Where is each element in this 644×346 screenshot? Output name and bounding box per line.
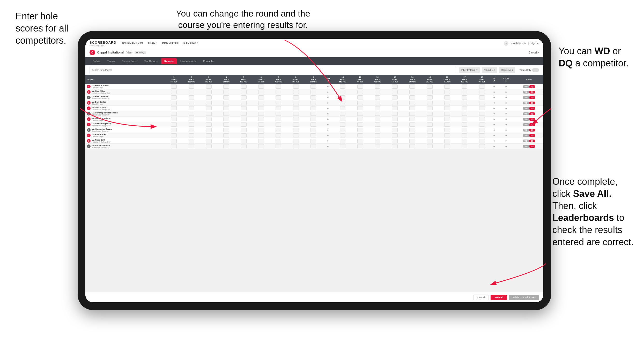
hole-9-score[interactable] bbox=[305, 100, 322, 106]
hole-11-score[interactable] bbox=[351, 111, 369, 117]
score-input-hole-8[interactable] bbox=[293, 84, 299, 89]
hole-11-score[interactable] bbox=[351, 138, 369, 144]
dq-button[interactable]: DQ bbox=[529, 112, 535, 115]
score-input-hole-13[interactable] bbox=[392, 117, 398, 121]
score-input-hole-5[interactable] bbox=[241, 95, 247, 99]
hole-6-score[interactable] bbox=[252, 122, 270, 127]
hole-7-score[interactable] bbox=[270, 111, 287, 117]
score-input-hole-1[interactable] bbox=[171, 112, 177, 116]
score-input-hole-16[interactable] bbox=[444, 101, 450, 105]
hole-6-score[interactable] bbox=[252, 100, 270, 106]
hole-12-score[interactable] bbox=[369, 95, 386, 100]
hole-17-score[interactable] bbox=[456, 138, 473, 144]
hole-1-score[interactable] bbox=[165, 84, 183, 89]
score-input-hole-8[interactable] bbox=[293, 144, 299, 148]
score-input-hole-9[interactable] bbox=[310, 90, 316, 94]
hole-8-score[interactable] bbox=[287, 138, 305, 144]
hole-5-score[interactable] bbox=[235, 100, 252, 106]
hole-14-score[interactable] bbox=[404, 138, 421, 144]
score-input-hole-6[interactable] bbox=[258, 90, 264, 94]
hole-7-score[interactable] bbox=[270, 84, 287, 89]
score-input-hole-8[interactable] bbox=[293, 90, 299, 94]
score-input-hole-5[interactable] bbox=[241, 133, 247, 137]
score-input-hole-8[interactable] bbox=[293, 139, 299, 143]
score-input-hole-12[interactable] bbox=[375, 117, 380, 121]
hole-11-score[interactable] bbox=[351, 84, 369, 89]
hole-8-score[interactable] bbox=[287, 133, 305, 138]
score-input-hole-2[interactable] bbox=[189, 90, 194, 94]
score-input-hole-2[interactable] bbox=[189, 101, 194, 105]
score-input-hole-2[interactable] bbox=[189, 133, 194, 137]
score-input-hole-11[interactable] bbox=[357, 144, 363, 148]
hole-17-score[interactable] bbox=[456, 84, 473, 89]
hole-18-score[interactable] bbox=[473, 100, 491, 106]
hole-17-score[interactable] bbox=[456, 133, 473, 138]
hole-10-score[interactable] bbox=[334, 106, 351, 111]
score-input-hole-13[interactable] bbox=[392, 128, 398, 132]
hole-12-score[interactable] bbox=[369, 127, 386, 133]
hole-15-score[interactable] bbox=[421, 117, 438, 122]
hole-16-score[interactable] bbox=[438, 122, 456, 127]
score-input-hole-12[interactable] bbox=[375, 90, 380, 94]
score-input-hole-12[interactable] bbox=[375, 84, 380, 89]
score-input-hole-11[interactable] bbox=[357, 84, 363, 89]
hole-3-score[interactable] bbox=[200, 144, 217, 149]
hole-1-score[interactable] bbox=[165, 111, 183, 117]
hole-3-score[interactable] bbox=[200, 111, 217, 117]
hole-14-score[interactable] bbox=[404, 95, 421, 100]
score-input-hole-17[interactable] bbox=[462, 117, 467, 121]
hole-7-score[interactable] bbox=[270, 138, 287, 144]
dq-button[interactable]: DQ bbox=[529, 134, 535, 137]
hole-10-score[interactable] bbox=[334, 117, 351, 122]
score-input-hole-6[interactable] bbox=[258, 117, 264, 121]
tab-teams[interactable]: Teams bbox=[104, 58, 118, 64]
score-input-hole-13[interactable] bbox=[392, 133, 398, 137]
score-input-hole-2[interactable] bbox=[189, 95, 194, 99]
hole-2-score[interactable] bbox=[183, 117, 200, 122]
score-input-hole-11[interactable] bbox=[357, 122, 363, 127]
score-input-hole-15[interactable] bbox=[427, 144, 433, 148]
score-input-hole-14[interactable] bbox=[409, 144, 415, 148]
nav-tournaments[interactable]: TOURNAMENTS bbox=[122, 42, 143, 45]
hole-7-score[interactable] bbox=[270, 100, 287, 106]
hole-17-score[interactable] bbox=[456, 95, 473, 100]
score-input-hole-1[interactable] bbox=[171, 90, 177, 94]
dq-button[interactable]: DQ bbox=[529, 140, 535, 142]
hole-17-score[interactable] bbox=[456, 106, 473, 111]
hole-12-score[interactable] bbox=[369, 84, 386, 89]
tab-details[interactable]: Details bbox=[90, 58, 104, 64]
score-input-hole-2[interactable] bbox=[189, 122, 194, 127]
hole-10-score[interactable] bbox=[334, 84, 351, 89]
hole-4-score[interactable] bbox=[218, 144, 235, 149]
score-input-hole-17[interactable] bbox=[462, 95, 467, 99]
dq-button[interactable]: DQ bbox=[529, 85, 535, 88]
score-input-hole-5[interactable] bbox=[241, 128, 247, 132]
score-input-hole-14[interactable] bbox=[409, 112, 415, 116]
hole-8-score[interactable] bbox=[287, 100, 305, 106]
score-input-hole-16[interactable] bbox=[444, 133, 450, 137]
score-input-hole-13[interactable] bbox=[392, 95, 398, 99]
hole-1-score[interactable] bbox=[165, 106, 183, 111]
score-input-hole-4[interactable] bbox=[223, 106, 229, 110]
hole-6-score[interactable] bbox=[252, 144, 270, 149]
hole-17-score[interactable] bbox=[456, 144, 473, 149]
hole-8-score[interactable] bbox=[287, 111, 305, 117]
score-input-hole-6[interactable] bbox=[258, 128, 264, 132]
dq-button[interactable]: DQ bbox=[529, 129, 535, 132]
hole-13-score[interactable] bbox=[386, 127, 403, 133]
score-input-hole-6[interactable] bbox=[258, 101, 264, 105]
score-input-hole-4[interactable] bbox=[223, 90, 229, 94]
nav-teams[interactable]: TEAMS bbox=[148, 42, 158, 45]
hole-17-score[interactable] bbox=[456, 117, 473, 122]
score-input-hole-9[interactable] bbox=[310, 128, 316, 132]
hole-11-score[interactable] bbox=[351, 144, 369, 149]
score-input-hole-10[interactable] bbox=[340, 112, 345, 116]
score-input-hole-8[interactable] bbox=[293, 106, 299, 110]
hole-17-score[interactable] bbox=[456, 127, 473, 133]
score-input-hole-16[interactable] bbox=[444, 144, 450, 148]
hole-6-score[interactable] bbox=[252, 127, 270, 133]
hole-18-score[interactable] bbox=[473, 144, 491, 149]
hole-13-score[interactable] bbox=[386, 117, 403, 122]
hole-12-score[interactable] bbox=[369, 89, 386, 95]
hole-11-score[interactable] bbox=[351, 122, 369, 127]
